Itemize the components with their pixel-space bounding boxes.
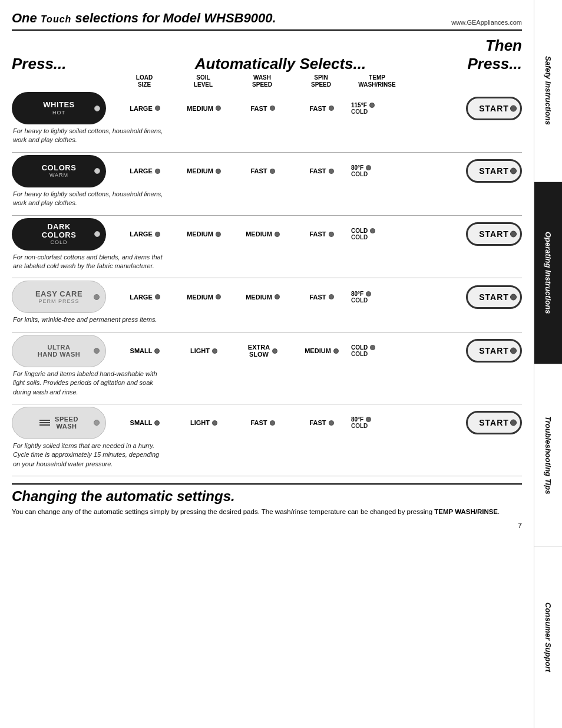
cycle-row-dark-colors: DarkColorsCold Large Medium Medium Fast …: [12, 218, 522, 279]
setting-wash-easy-care: Medium: [233, 294, 292, 301]
cycle-main-row-whites: WhitesHot Large Medium Fast Fast 115°F C…: [12, 92, 522, 124]
cycle-settings-dark-colors: Large Medium Medium Fast Cold Cold: [115, 228, 461, 241]
cycle-button-colors-warm[interactable]: ColorsWarm: [12, 155, 106, 187]
three-header-row: Press... Automatically Selects... Then P…: [12, 37, 522, 73]
setting-soil-whites: Medium: [174, 105, 233, 112]
changing-bold: TEMP WASH/RINSE: [434, 508, 498, 515]
press-header: Press...: [12, 55, 115, 73]
sidebar: Safety Instructions Operating Instructio…: [534, 0, 562, 728]
cycle-settings-whites: Large Medium Fast Fast 115°F Cold: [115, 102, 461, 115]
cycle-button-speed-wash[interactable]: SPEED WASH: [12, 407, 106, 439]
cycle-main-row-easy-care: Easy CarePerm Press Large Medium Medium …: [12, 281, 522, 313]
cycle-desc-speed-wash: For lightly soiled items that are needed…: [13, 442, 522, 471]
setting-temp-colors-warm: 80°F Cold: [351, 164, 404, 177]
header-load-size: Load Size: [115, 74, 174, 88]
start-button-whites[interactable]: Start: [466, 97, 522, 120]
main-content: One Touch selections for Model WHSB9000.…: [0, 0, 534, 728]
setting-wash-dark-colors: Medium: [233, 230, 292, 238]
setting-load-whites: Large: [115, 105, 174, 112]
cycle-row-ultra-hand-wash: UltraHand Wash Small Light ExtraSlow Med…: [12, 335, 522, 404]
cycle-main-row-dark-colors: DarkColorsCold Large Medium Medium Fast …: [12, 218, 522, 251]
setting-load-easy-care: Large: [115, 294, 174, 301]
setting-temp-ultra-hand-wash: Cold Cold: [351, 344, 404, 357]
title-touch: Touch: [41, 14, 71, 24]
changing-title: Changing the automatic settings.: [12, 488, 522, 505]
title-rest: selections for Model WHSB9000.: [75, 11, 276, 25]
cycle-desc-ultra-hand-wash: For lingerie and items labeled hand-wash…: [13, 370, 522, 399]
cycle-desc-dark-colors: For non-colorfast cottons and blends, an…: [13, 253, 522, 274]
changing-section: Changing the automatic settings. You can…: [12, 483, 522, 517]
cycle-settings-ultra-hand-wash: Small Light ExtraSlow Medium Cold Cold: [115, 344, 461, 358]
header-temp: Temp Wash/Rinse: [351, 74, 404, 88]
setting-spin-dark-colors: Fast: [292, 230, 351, 238]
cycle-row-speed-wash: SPEED WASH Small Light Fast Fast: [12, 407, 522, 476]
setting-load-colors-warm: Large: [115, 167, 174, 174]
cycle-desc-whites: For heavy to lightly soiled cottons, hou…: [13, 127, 522, 147]
sidebar-troubleshooting[interactable]: Troubleshooting Tips: [534, 364, 562, 546]
auto-header: Automatically Selects...: [115, 55, 445, 73]
setting-spin-speed-wash: Fast: [292, 419, 351, 426]
setting-wash-ultra-hand-wash: ExtraSlow: [233, 344, 292, 358]
page-header: One Touch selections for Model WHSB9000.…: [12, 11, 522, 31]
cycle-main-row-speed-wash: SPEED WASH Small Light Fast Fast: [12, 407, 522, 439]
website: www.GEAppliances.com: [451, 19, 522, 26]
header-wash-speed: Wash Speed: [233, 74, 292, 88]
sidebar-safety[interactable]: Safety Instructions: [534, 0, 562, 182]
setting-load-ultra-hand-wash: Small: [115, 347, 174, 354]
header-soil-level: Soil Level: [174, 74, 233, 88]
sidebar-consumer[interactable]: Consumer Support: [534, 546, 562, 728]
title-one: One: [12, 11, 37, 25]
cycle-settings-easy-care: Large Medium Medium Fast 80°F Cold: [115, 291, 461, 304]
cycle-button-easy-care[interactable]: Easy CarePerm Press: [12, 281, 106, 313]
cycle-row-colors-warm: ColorsWarm Large Medium Fast Fast 80°F C…: [12, 155, 522, 216]
start-button-speed-wash[interactable]: Start: [466, 411, 522, 434]
setting-temp-speed-wash: 80°F Cold: [351, 416, 404, 429]
start-button-colors-warm[interactable]: Start: [466, 159, 522, 183]
cycle-row-easy-care: Easy CarePerm Press Large Medium Medium …: [12, 281, 522, 332]
setting-soil-speed-wash: Light: [174, 419, 233, 426]
cycle-settings-colors-warm: Large Medium Fast Fast 80°F Cold: [115, 164, 461, 177]
setting-load-speed-wash: Small: [115, 419, 174, 426]
sidebar-operating[interactable]: Operating Instructions: [534, 182, 562, 364]
cycle-button-whites[interactable]: WhitesHot: [12, 92, 106, 124]
cycle-settings-speed-wash: Small Light Fast Fast 80°F Cold: [115, 416, 461, 429]
setting-wash-speed-wash: Fast: [233, 419, 292, 426]
setting-load-dark-colors: Large: [115, 230, 174, 238]
cycle-button-ultra-hand-wash[interactable]: UltraHand Wash: [12, 335, 106, 367]
start-button-easy-care[interactable]: Start: [466, 285, 522, 309]
setting-temp-easy-care: 80°F Cold: [351, 291, 404, 304]
start-button-dark-colors[interactable]: Start: [466, 222, 522, 246]
setting-spin-easy-care: Fast: [292, 294, 351, 301]
setting-spin-colors-warm: Fast: [292, 167, 351, 174]
setting-soil-colors-warm: Medium: [174, 167, 233, 174]
cycle-main-row-ultra-hand-wash: UltraHand Wash Small Light ExtraSlow Med…: [12, 335, 522, 367]
start-button-ultra-hand-wash[interactable]: Start: [466, 339, 522, 363]
cycle-row-whites: WhitesHot Large Medium Fast Fast 115°F C…: [12, 92, 522, 153]
then-header: Then Press...: [445, 37, 522, 73]
setting-soil-dark-colors: Medium: [174, 230, 233, 238]
cycle-main-row-colors-warm: ColorsWarm Large Medium Fast Fast 80°F C…: [12, 155, 522, 187]
setting-spin-whites: Fast: [292, 105, 351, 112]
setting-temp-dark-colors: Cold Cold: [351, 228, 404, 241]
setting-spin-ultra-hand-wash: Medium: [292, 347, 351, 354]
changing-desc: You can change any of the automatic sett…: [12, 507, 522, 517]
changing-desc-end: .: [498, 508, 500, 515]
cycles-container: WhitesHot Large Medium Fast Fast 115°F C…: [12, 92, 522, 476]
sub-column-headers: Load Size Soil Level Wash Speed Spin Spe…: [12, 74, 522, 88]
page-title: One Touch selections for Model WHSB9000.: [12, 11, 276, 26]
setting-wash-colors-warm: Fast: [233, 167, 292, 174]
setting-wash-whites: Fast: [233, 105, 292, 112]
setting-soil-easy-care: Medium: [174, 294, 233, 301]
setting-soil-ultra-hand-wash: Light: [174, 347, 233, 354]
cycle-desc-colors-warm: For heavy to lightly soiled cottons, hou…: [13, 190, 522, 210]
setting-temp-whites: 115°F Cold: [351, 102, 404, 115]
page-number: 7: [12, 522, 522, 530]
cycle-desc-easy-care: For knits, wrinkle-free and permanent pr…: [13, 315, 522, 327]
changing-desc-text: You can change any of the automatic sett…: [12, 508, 434, 515]
header-spin-speed: Spin Speed: [292, 74, 351, 88]
cycle-button-dark-colors[interactable]: DarkColorsCold: [12, 218, 106, 251]
